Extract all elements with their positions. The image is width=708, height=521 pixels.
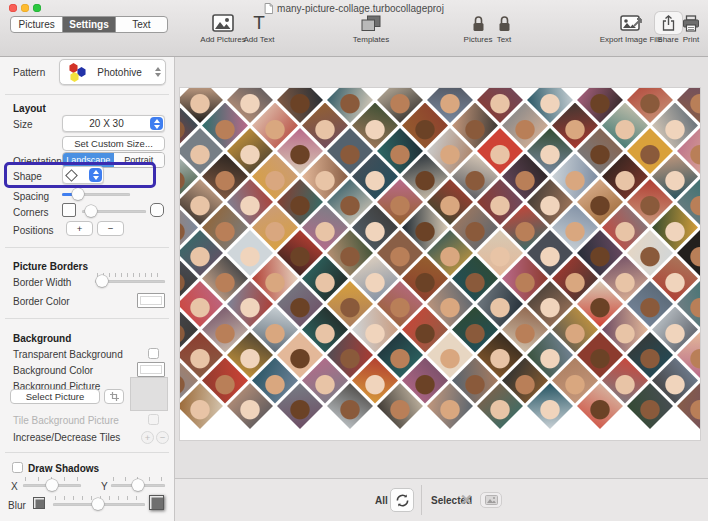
shadow-x-slider[interactable] [23, 478, 81, 492]
templates-button[interactable]: Templates [344, 12, 398, 44]
settings-sidebar: Pattern Photohive Layout Size 20 X 30 Se… [0, 57, 175, 521]
sharp-shadow-icon [33, 497, 45, 509]
corners-slider[interactable] [82, 204, 146, 218]
border-width-slider[interactable] [95, 274, 165, 288]
printer-icon [682, 12, 700, 34]
minimize-window-button[interactable] [21, 4, 29, 12]
transparent-background-checkbox[interactable] [148, 348, 159, 359]
tab-settings[interactable]: Settings [63, 17, 115, 32]
rounded-corner-icon [150, 203, 164, 217]
spacing-label: Spacing [13, 191, 49, 202]
blur-label: Blur [8, 500, 26, 511]
spacing-slider[interactable] [62, 187, 130, 201]
divider [5, 318, 169, 319]
border-width-label: Border Width [13, 277, 71, 288]
size-dropdown[interactable]: 20 X 30 [62, 115, 165, 132]
tile-background-picture-checkbox[interactable] [148, 414, 159, 425]
padlock-icon [472, 12, 485, 34]
zoom-window-button[interactable] [33, 4, 41, 12]
text-icon: T [253, 12, 265, 34]
background-color-well[interactable] [137, 362, 165, 377]
add-text-button[interactable]: T Add Text [237, 12, 281, 44]
shape-annotation-highlight [4, 162, 156, 188]
pattern-label: Pattern [13, 67, 45, 78]
border-color-label: Border Color [13, 296, 70, 307]
pattern-dropdown[interactable]: Photohive [59, 59, 166, 85]
collage-canvas[interactable] [180, 88, 700, 440]
background-heading: Background [13, 333, 71, 344]
draw-shadows-checkbox[interactable] [12, 462, 23, 473]
photo-icon [212, 12, 234, 34]
templates-icon [361, 12, 381, 34]
replace-selected-picture-button[interactable] [480, 492, 502, 508]
bottom-action-bar: All Selected ✕ [175, 478, 708, 521]
traffic-lights [9, 4, 41, 12]
shadow-y-slider[interactable] [111, 478, 165, 492]
close-window-button[interactable] [9, 4, 17, 12]
export-image-icon [620, 12, 643, 34]
select-picture-button[interactable]: Select Picture [10, 389, 100, 404]
border-color-well[interactable] [137, 293, 165, 308]
lock-text-button[interactable]: Text [486, 12, 522, 44]
crop-picture-button[interactable] [104, 389, 124, 404]
divider [5, 247, 169, 248]
square-corner-icon [62, 203, 76, 217]
refresh-icon [395, 493, 410, 508]
draw-shadows-label: Draw Shadows [28, 463, 99, 474]
pattern-stepper[interactable] [151, 61, 164, 83]
size-label: Size [13, 119, 32, 130]
tab-pictures[interactable]: Pictures [11, 17, 63, 32]
increase-decrease-tiles-label: Increase/Decrease Tiles [13, 432, 120, 443]
divider [5, 94, 169, 95]
blurred-shadow-icon [149, 495, 164, 510]
tab-text[interactable]: Text [116, 17, 167, 32]
size-stepper[interactable] [150, 117, 163, 130]
padlock-icon [498, 12, 511, 34]
remove-position-button[interactable]: − [97, 221, 124, 236]
pattern-value: Photohive [88, 67, 151, 78]
delete-selected-button[interactable]: ✕ [460, 491, 473, 509]
size-value: 20 X 30 [63, 118, 150, 129]
collage-preview-area [175, 57, 708, 478]
crop-icon [110, 392, 119, 401]
positions-label: Positions [13, 225, 54, 236]
add-position-button[interactable]: + [66, 221, 93, 236]
transparent-background-label: Transparent Background [13, 349, 123, 360]
mode-tabs: Pictures Settings Text [10, 16, 168, 33]
shadow-y-label: Y [101, 481, 108, 492]
shadow-x-label: X [11, 481, 18, 492]
layout-heading: Layout [13, 103, 46, 114]
background-picture-preview[interactable] [130, 377, 168, 411]
print-button[interactable]: Print [676, 12, 706, 44]
all-label: All [375, 495, 388, 506]
background-color-label: Background Color [13, 365, 93, 376]
divider [421, 485, 422, 515]
decrease-tiles-button[interactable]: − [156, 431, 169, 444]
picture-icon [485, 495, 498, 505]
photohive-pattern-icon [68, 62, 88, 82]
picture-borders-heading: Picture Borders [13, 261, 88, 272]
titlebar-toolbar: many-picture-collage.turbocollageproj Pi… [0, 0, 708, 57]
divider [5, 452, 169, 453]
increase-tiles-button[interactable]: + [141, 431, 154, 444]
set-custom-size-button[interactable]: Set Custom Size... [62, 136, 165, 151]
app-window: many-picture-collage.turbocollageproj Pi… [0, 0, 708, 521]
corners-label: Corners [13, 207, 49, 218]
shuffle-all-button[interactable] [390, 488, 414, 512]
tile-background-picture-label: Tile Background Picture [13, 415, 119, 426]
blur-slider[interactable] [53, 497, 145, 511]
